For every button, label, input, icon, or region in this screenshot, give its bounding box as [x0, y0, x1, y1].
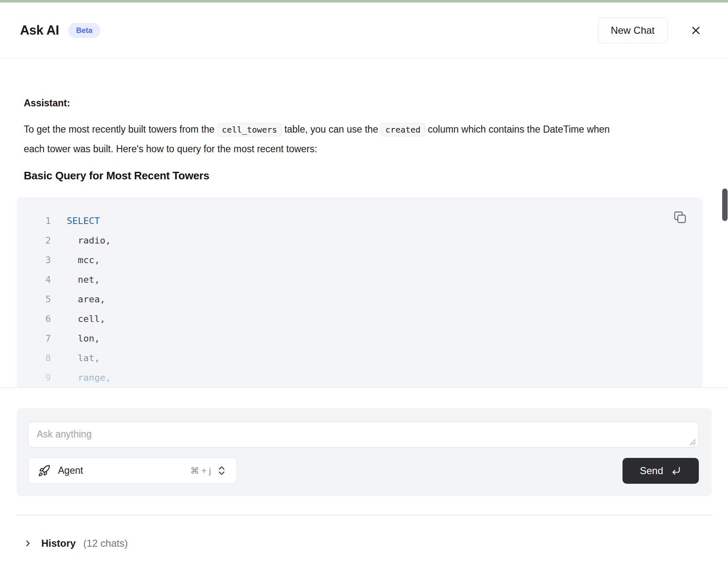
agent-right-group: ⌘ + j [190, 465, 227, 476]
code-text: lon, [67, 333, 100, 344]
title-group: Ask AI Beta [20, 23, 100, 38]
scrollbar-thumb[interactable] [722, 188, 728, 221]
history-count: (12 chats) [83, 538, 128, 549]
code-line: 6 cell, [17, 309, 703, 329]
new-chat-button[interactable]: New Chat [598, 18, 668, 43]
code-line: 3 mcc, [17, 250, 703, 270]
composer-panel: Agent ⌘ + j Send [17, 408, 712, 496]
code-line: 7 lon, [17, 329, 703, 348]
line-number: 9 [17, 372, 51, 383]
line-number: 8 [17, 353, 51, 363]
line-number: 5 [17, 294, 51, 304]
line-number: 7 [17, 333, 51, 344]
code-line: 1SELECT [17, 211, 703, 231]
code-line: 8 lat, [17, 348, 703, 368]
code-text: SELECT [67, 216, 100, 226]
chat-messages-area: Assistant: To get the most recently buil… [0, 58, 728, 388]
header-actions: New Chat [598, 18, 703, 43]
chevron-right-icon [23, 538, 33, 548]
agent-mode-selector[interactable]: Agent ⌘ + j [28, 457, 237, 484]
ask-ai-panel: Ask AI Beta New Chat Assistant: To get t… [0, 0, 728, 568]
copy-icon [673, 210, 688, 225]
code-line: 2 radio, [17, 231, 703, 250]
code-text: mcc, [67, 255, 100, 265]
code-lines: 1SELECT2 radio,3 mcc,4 net,5 area,6 cell… [17, 211, 703, 387]
sql-code-block: 1SELECT2 radio,3 mcc,4 net,5 area,6 cell… [17, 197, 703, 388]
line-number: 6 [17, 314, 51, 324]
inline-code: created [381, 123, 425, 136]
rocket-icon [38, 465, 50, 477]
history-label: History [41, 538, 76, 549]
code-text: lat, [67, 353, 100, 363]
copy-code-button[interactable] [671, 208, 689, 226]
header: Ask AI Beta New Chat [0, 3, 728, 58]
keyboard-shortcut: ⌘ + j [190, 466, 211, 476]
code-line: 5 area, [17, 289, 703, 309]
section-heading: Basic Query for Most Recent Towers [24, 169, 703, 182]
ask-anything-input[interactable] [28, 422, 699, 447]
code-text: net, [67, 274, 100, 285]
page-title: Ask AI [20, 23, 59, 38]
code-text: cell, [67, 314, 105, 324]
send-button[interactable]: Send [623, 458, 699, 484]
agent-mode-label: Agent [58, 465, 83, 476]
close-icon [690, 24, 702, 37]
line-number: 3 [17, 255, 51, 265]
code-line: 4 net, [17, 270, 703, 289]
inline-code: cell_towers [217, 123, 281, 136]
code-text: radio, [67, 235, 111, 246]
line-number: 1 [17, 216, 51, 226]
beta-badge: Beta [68, 23, 100, 38]
send-button-label: Send [640, 465, 663, 477]
history-toggle[interactable]: History (12 chats) [23, 535, 128, 552]
code-line: 9 range, [17, 368, 703, 387]
line-number: 2 [17, 235, 51, 246]
chevron-up-down-icon [216, 465, 227, 476]
assistant-role-label: Assistant: [24, 98, 703, 109]
line-number: 4 [17, 274, 51, 285]
return-icon [670, 465, 682, 477]
close-button[interactable] [688, 23, 703, 38]
code-text: area, [67, 294, 105, 304]
code-text: range, [67, 372, 111, 383]
assistant-message-text: To get the most recently built towers fr… [24, 120, 620, 158]
history-divider [17, 515, 712, 515]
